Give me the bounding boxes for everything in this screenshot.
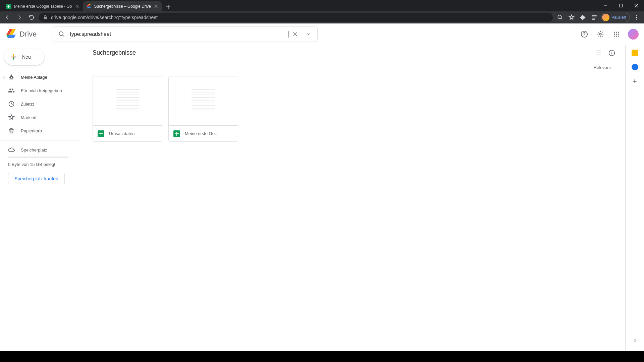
search-box: [53, 26, 318, 42]
collapse-panel-button[interactable]: [628, 334, 642, 347]
svg-point-14: [614, 36, 615, 37]
content-header: Suchergebnisse: [86, 45, 625, 61]
sidebar-item-storage[interactable]: Speicherplatz: [0, 143, 82, 157]
storage-progress: [8, 157, 68, 158]
drive-wordmark: Drive: [19, 30, 37, 39]
new-button[interactable]: Neu: [4, 49, 44, 65]
sidebar-item-label: Speicherplatz: [21, 147, 47, 153]
svg-point-2: [636, 15, 637, 16]
trash-icon: [8, 127, 15, 134]
keep-icon[interactable]: [632, 50, 638, 56]
svg-point-15: [616, 36, 617, 37]
taskbar-region: [0, 351, 644, 362]
sidebar-item-starred[interactable]: Markiert: [0, 111, 82, 124]
my-drive-icon: [8, 74, 15, 80]
new-button-label: Neu: [22, 54, 31, 60]
profile-status-label: Pausiert: [611, 15, 626, 20]
forward-button[interactable]: [15, 13, 24, 22]
drive-body: Neu Meine Ablage Für mich freigegeben Z: [0, 45, 644, 351]
reload-button[interactable]: [27, 13, 36, 22]
tasks-icon[interactable]: [632, 64, 638, 70]
close-icon[interactable]: [75, 4, 79, 9]
url-input[interactable]: drive.google.com/drive/search?q=type:spr…: [39, 13, 553, 22]
tab-title: Meine erste Google Tabelle - Go: [14, 4, 72, 9]
search-icon[interactable]: [58, 30, 66, 38]
side-panel: +: [625, 45, 644, 351]
star-icon: [8, 114, 15, 121]
add-addon-button[interactable]: +: [633, 78, 637, 85]
main-content: Suchergebnisse Relevanz Umsatzdaten: [86, 45, 625, 351]
back-button[interactable]: [3, 13, 12, 22]
sidebar-item-recent[interactable]: Zuletzt: [0, 97, 82, 111]
file-name: Umsatzdaten: [109, 131, 135, 136]
sheets-icon: [173, 130, 180, 137]
drive-header: Drive: [0, 23, 644, 45]
search-input[interactable]: [66, 31, 276, 37]
sidebar: Neu Meine Ablage Für mich freigegeben Z: [0, 45, 86, 351]
file-thumbnail: [169, 76, 238, 125]
chevron-right-icon[interactable]: [1, 74, 7, 80]
details-button[interactable]: [605, 46, 619, 60]
support-button[interactable]: [578, 27, 591, 41]
browser-window: Meine erste Google Tabelle - Go Sucherge…: [0, 0, 644, 362]
svg-point-4: [636, 19, 637, 20]
minimize-button[interactable]: [598, 0, 613, 11]
svg-point-8: [614, 32, 615, 33]
svg-point-10: [618, 32, 619, 33]
results-grid: Umsatzdaten Meine erste Go…: [86, 70, 625, 148]
profile-chip[interactable]: Pausiert: [601, 13, 630, 22]
close-icon[interactable]: [154, 4, 158, 9]
close-window-button[interactable]: [629, 0, 644, 11]
sheets-icon: [98, 130, 104, 137]
new-tab-button[interactable]: [164, 2, 173, 11]
sidebar-item-label: Meine Ablage: [21, 75, 47, 80]
svg-point-3: [636, 17, 637, 18]
svg-point-12: [616, 34, 617, 35]
sheets-favicon-icon: [6, 4, 11, 9]
svg-point-7: [599, 33, 601, 35]
account-avatar[interactable]: [628, 29, 639, 40]
sidebar-item-label: Markiert: [21, 115, 37, 120]
divider: [0, 140, 80, 140]
reading-list-icon[interactable]: [590, 13, 599, 22]
list-view-button[interactable]: [592, 46, 605, 60]
clear-search-button[interactable]: [288, 27, 302, 41]
svg-point-13: [618, 34, 619, 35]
drive-favicon-icon: [86, 4, 92, 9]
browser-tab[interactable]: Meine erste Google Tabelle - Go: [3, 1, 83, 11]
sort-row: Relevanz: [86, 61, 625, 70]
sidebar-item-label: Zuletzt: [21, 102, 34, 107]
extensions-icon[interactable]: [578, 13, 588, 22]
buy-storage-button[interactable]: Speicherplatz kaufen: [8, 173, 65, 184]
settings-button[interactable]: [594, 27, 607, 41]
file-card[interactable]: Umsatzdaten: [93, 76, 162, 142]
cloud-icon: [8, 146, 15, 153]
svg-point-1: [558, 15, 561, 19]
sidebar-item-label: Für mich freigegeben: [21, 88, 62, 93]
file-name: Meine erste Go…: [185, 131, 219, 136]
zoom-icon[interactable]: [555, 13, 565, 22]
apps-button[interactable]: [610, 27, 623, 41]
sort-dropdown[interactable]: Relevanz: [594, 65, 612, 70]
url-text: drive.google.com/drive/search?q=type:spr…: [51, 15, 158, 20]
shared-icon: [8, 87, 15, 94]
lock-icon: [43, 15, 48, 20]
maximize-button[interactable]: [613, 0, 629, 11]
search-options-button[interactable]: [302, 27, 315, 41]
file-card[interactable]: Meine erste Go…: [168, 76, 238, 142]
sidebar-item-my-drive[interactable]: Meine Ablage: [0, 70, 82, 84]
recent-icon: [8, 101, 15, 107]
sidebar-item-trash[interactable]: Papierkorb: [0, 124, 82, 137]
sidebar-item-shared[interactable]: Für mich freigegeben: [0, 84, 82, 97]
chrome-menu-button[interactable]: [632, 13, 641, 22]
avatar-icon: [602, 14, 609, 21]
file-thumbnail: [93, 76, 162, 125]
bookmark-icon[interactable]: [567, 13, 576, 22]
drive-app: Drive Neu: [0, 23, 644, 351]
svg-point-11: [614, 34, 615, 35]
page-title: Suchergebnisse: [93, 49, 136, 56]
browser-tab[interactable]: Suchergebnisse – Google Drive: [83, 1, 162, 11]
svg-point-5: [59, 32, 63, 36]
sidebar-item-label: Papierkorb: [21, 128, 42, 133]
drive-logo[interactable]: Drive: [5, 28, 47, 40]
